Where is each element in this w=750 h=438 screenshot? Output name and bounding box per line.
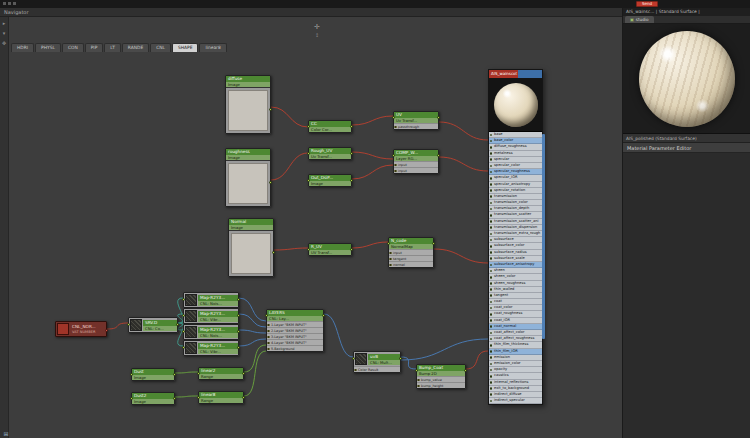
tab-studio-label: studio [636, 16, 649, 23]
wire[interactable] [352, 242, 388, 248]
node-subtitle: Image [309, 181, 351, 186]
node-normal[interactable]: NormalImage [228, 218, 274, 277]
node-map-3[interactable]: Map-R2Y3...CNL: Nois... [183, 324, 239, 340]
wire[interactable] [439, 157, 488, 171]
attr-port-dot [490, 245, 493, 248]
wire[interactable] [434, 249, 488, 263]
node-row[interactable]: 5.Background [267, 345, 323, 351]
tab-cnl[interactable]: CNL [150, 43, 171, 52]
node-uvb[interactable]: uvBCNL: Mult...Color Result [353, 351, 401, 373]
wire[interactable] [239, 298, 266, 321]
node-dust[interactable]: DustImage [131, 368, 175, 381]
wire[interactable] [175, 372, 198, 373]
surface-attr-label: thin_film_thickness [494, 342, 528, 346]
node-row[interactable]: passthrough [394, 123, 438, 129]
pan-tool-icon[interactable]: ▾ [3, 31, 6, 36]
wire[interactable] [439, 122, 488, 140]
node-uv[interactable]: UVUv Transf...passthrough [393, 111, 439, 130]
standard-surface-node[interactable]: AIS_wainscotbasebase_colordiffuse_roughn… [488, 69, 543, 405]
select-tool-icon[interactable]: ▸ [3, 21, 6, 26]
node-map-2[interactable]: Map-R2Y3...CNL: Vibr... [183, 308, 239, 324]
surface-attr-label: thin_film_IOR [494, 349, 518, 353]
attr-port-dot [490, 257, 493, 260]
wire[interactable] [107, 323, 128, 329]
wire[interactable] [274, 248, 308, 250]
node-cc[interactable]: CCColor Cor... [308, 120, 352, 133]
tab-physl[interactable]: PHYSL [35, 43, 61, 52]
surface-scrollbar[interactable] [542, 134, 545, 339]
surface-attr-row[interactable]: indirect_specular [489, 398, 542, 404]
wire[interactable] [401, 339, 488, 360]
node-row[interactable]: normal [389, 261, 433, 267]
tab-hdri[interactable]: HDRI [11, 43, 34, 52]
surface-attr-label: subsurface [494, 237, 514, 241]
node-image-thumbnail [228, 163, 268, 204]
attr-port-dot [490, 140, 493, 143]
node-comp-w[interactable]: COMP_W...Layer RG...inputinput [393, 149, 439, 174]
surface-attr-label: coat_affect_roughness [494, 336, 534, 340]
wire[interactable] [352, 165, 393, 179]
node-row[interactable]: bump_height [417, 382, 465, 388]
left-toolbar: ▸ ▾ ✥ [0, 17, 9, 438]
node-out-dsip[interactable]: Out_DsiP...Image [308, 174, 352, 187]
node-dust2[interactable]: Dust2Image [131, 392, 175, 405]
node-rough-uv[interactable]: Rough_UVUv Transf... [308, 147, 352, 160]
material-preview-viewport[interactable] [623, 24, 750, 134]
node-image-thumbnail [231, 233, 271, 274]
material-preview-caption: AIS_polished (Standard Surface) [623, 134, 750, 143]
wire[interactable] [239, 330, 266, 333]
node-subtitle: Color Cor... [309, 127, 351, 132]
node-diffuse[interactable]: diffuseImage [225, 75, 271, 134]
wire[interactable] [466, 351, 488, 369]
node-map-1[interactable]: Map-R2Y3...CNL: Nois... [183, 292, 239, 308]
surface-attr-label: coat_color [494, 305, 512, 309]
tab-rande[interactable]: RANDE [122, 43, 149, 52]
node-cnl-nor[interactable]: CNL_NOR...VAT NUMBER [55, 321, 107, 337]
node-srv-d[interactable]: SRV.DCNL: Co... [128, 317, 178, 333]
wire[interactable] [175, 396, 198, 397]
tab-lt[interactable]: LT [104, 43, 121, 52]
tab-linear8[interactable]: linear8 [199, 43, 226, 52]
attr-port-dot [490, 375, 493, 378]
wire[interactable] [271, 153, 308, 180]
node-r-uv[interactable]: R_UVUV Transf... [308, 243, 352, 256]
wire[interactable] [352, 116, 393, 125]
wire[interactable] [352, 152, 393, 159]
wire[interactable] [324, 314, 353, 357]
wire[interactable] [244, 345, 266, 372]
surface-attr-label: sheen_color [494, 274, 516, 278]
attr-port-dot [490, 264, 493, 267]
attr-port-dot [490, 282, 493, 285]
attr-port-dot [490, 152, 493, 155]
node-roughness[interactable]: roughnessImage [225, 148, 271, 207]
surface-attr-label: coat_roughness [494, 311, 522, 315]
node-map-4[interactable]: Map-R2Y3...CNL: Vibr... [183, 340, 239, 356]
node-linear2[interactable]: linear2Range [198, 367, 244, 380]
node-row[interactable]: Color Result [354, 366, 400, 372]
tab-bar: HDRIPHYSLCONPIPLTRANDECNLSHAPElinear8 [11, 43, 227, 52]
node-row[interactable]: input [394, 167, 438, 173]
tab-con[interactable]: CON [62, 43, 84, 52]
node-bump-coat[interactable]: Bump_CoatBump 2Dbump_valuebump_height [416, 364, 466, 389]
surface-attr-label: thin_walled [494, 287, 514, 291]
taskbar-grid-icon[interactable]: ⊞ [2, 430, 10, 437]
node-graph[interactable]: ✛ ↕ HDRIPHYSLCONPIPLTRANDECNLSHAPElinear… [9, 17, 622, 438]
node-subtitle: Uv Transf... [309, 154, 351, 159]
row-port-dot [389, 264, 392, 267]
surface-attr-label: base [494, 132, 503, 136]
material-parameter-editor-header[interactable]: Material Parameter Editor [623, 143, 750, 153]
node-linear8[interactable]: linear8Range [198, 391, 244, 404]
node-image-thumbnail [228, 90, 268, 131]
tab-pip[interactable]: PIP [85, 43, 104, 52]
wire[interactable] [239, 339, 266, 346]
tab-studio[interactable]: ▣ studio [625, 16, 654, 23]
surface-attr-label: metalness [494, 151, 513, 155]
tab-shape[interactable]: SHAPE [172, 43, 199, 52]
wire[interactable] [271, 107, 308, 127]
node-n-code[interactable]: N_codeNormalMapinputtangentnormal [388, 237, 434, 268]
surface-attr-label: specular [494, 157, 509, 161]
node-image-preview [226, 160, 270, 206]
move-tool-icon[interactable]: ✥ [2, 41, 6, 46]
send-button[interactable]: Send [636, 1, 658, 7]
node-layers[interactable]: LAYERSCNL: Lay...1.Layer "BKM INPUT"2.La… [266, 309, 324, 352]
